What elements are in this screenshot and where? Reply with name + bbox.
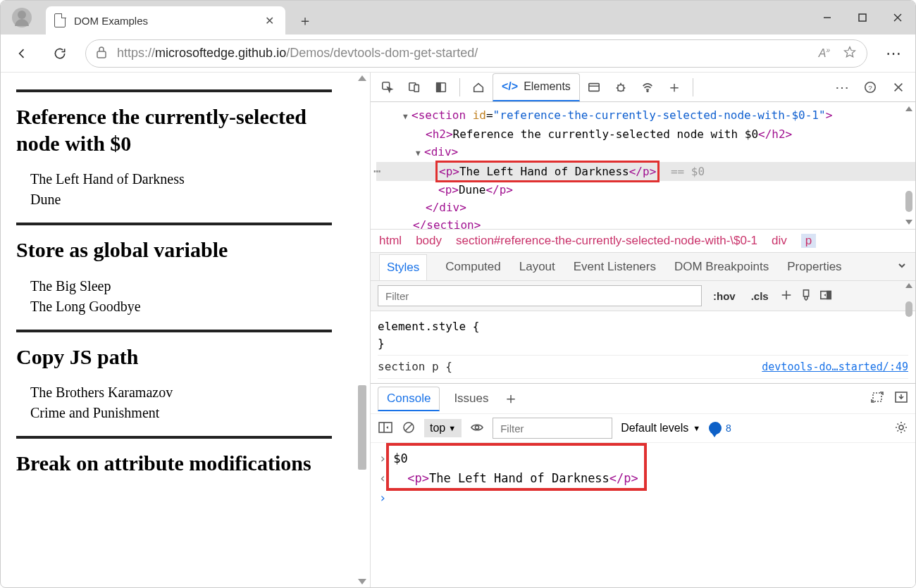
paint-brush-icon[interactable] [800,289,812,304]
inspect-element-icon[interactable] [375,75,400,100]
code-icon: </> [502,80,518,93]
page-scrollbar[interactable] [357,75,368,584]
sources-tab-icon[interactable] [581,75,607,100]
maximize-button[interactable] [845,5,880,30]
dock-side-icon[interactable] [428,75,454,100]
cls-toggle[interactable]: .cls [747,287,773,305]
new-style-rule-icon[interactable] [780,289,793,304]
minimize-button[interactable] [810,5,845,30]
close-tab-icon[interactable]: ✕ [262,11,277,30]
styles-filter-row: :hov .cls [371,281,915,311]
styles-filter-input[interactable] [378,285,702,306]
section-heading: Break on attribute modifications [16,450,332,477]
window-controls [810,5,915,30]
lock-icon [96,46,107,61]
styles-scrollbar[interactable] [905,311,912,383]
svg-point-13 [647,90,648,92]
browser-tab[interactable]: DOM Examples ✕ [46,6,285,35]
svg-rect-4 [97,51,106,58]
styles-tab[interactable]: Styles [379,254,427,280]
svg-rect-22 [827,291,831,299]
section-heading: Copy JS path [16,344,332,370]
more-tabs-icon[interactable]: ＋ [662,75,687,100]
devtools-panel: </> Elements ＋ ⋯ ? ▼<section id="referen… [371,73,915,587]
hov-toggle[interactable]: :hov [709,287,740,305]
dom-tree-scrollbar[interactable] [905,106,912,225]
svg-line-28 [405,424,412,431]
device-toolbar-icon[interactable] [402,75,427,100]
devtools-tabbar: </> Elements ＋ ⋯ ? [371,73,915,102]
svg-rect-20 [803,289,808,296]
chevron-down-icon[interactable] [897,260,907,274]
close-window-button[interactable] [880,5,915,30]
computed-tab[interactable]: Computed [445,260,500,274]
document-icon [54,13,66,27]
address-bar[interactable]: https://microsoftedge.github.io/Demos/de… [85,39,867,68]
browser-toolbar: https://microsoftedge.github.io/Demos/de… [1,35,915,73]
tab-title: DOM Examples [74,15,148,27]
kebab-menu-icon[interactable]: ⋯ [829,75,855,100]
issues-tab[interactable]: Issues [454,392,488,406]
back-button[interactable] [9,41,35,66]
rule-source-link[interactable]: devtools-do…started/:49 [762,358,908,375]
event-listeners-tab[interactable]: Event Listeners [574,260,656,274]
window-titlebar: DOM Examples ✕ ＋ [1,1,915,35]
section-heading: Reference the currently-selected node wi… [16,104,332,156]
favorite-icon[interactable] [843,45,857,61]
styles-tabbar: Styles Computed Layout Event Listeners D… [371,253,915,281]
console-drawer: Console Issues ＋ top ▼ Default levels ▼ … [371,383,915,513]
issues-count-badge[interactable]: 8 [709,422,731,434]
dom-breadcrumb[interactable]: html body section#reference-the-currentl… [371,229,915,253]
svg-rect-7 [414,85,419,92]
elements-tab[interactable]: </> Elements [493,73,580,101]
console-context-select[interactable]: top ▼ [424,419,462,437]
page-content-pane: Reference the currently-selected node wi… [1,73,371,587]
styles-rules[interactable]: element.style { } devtools-do…started/:4… [371,311,915,383]
section-body: The Big Sleep The Long Goodbye [16,276,332,317]
help-icon[interactable]: ? [858,75,883,100]
svg-rect-10 [589,83,599,91]
svg-rect-9 [437,82,440,92]
more-drawer-tabs-icon[interactable]: ＋ [503,388,519,409]
section-body: The Left Hand of Darkness Dune [16,169,332,210]
drawer-expand-icon[interactable] [870,391,884,407]
console-output[interactable]: ›$0 ‹<p>The Left Hand of Darkness</p> › [371,443,915,513]
section-heading: Store as global variable [16,237,332,263]
dom-breakpoints-tab[interactable]: DOM Breakpoints [674,260,769,274]
url-text: https://microsoftedge.github.io/Demos/de… [117,46,478,61]
svg-rect-25 [379,423,392,432]
welcome-tab-icon[interactable] [466,75,491,100]
drawer-collapse-icon[interactable] [894,391,908,407]
log-levels-select[interactable]: Default levels ▼ [621,422,700,434]
profile-avatar[interactable] [12,8,32,27]
layout-tab[interactable]: Layout [519,260,555,274]
devtools-close-icon[interactable] [886,75,911,100]
new-tab-button[interactable]: ＋ [294,9,316,32]
console-sidebar-toggle-icon[interactable] [378,421,393,436]
console-settings-icon[interactable] [894,420,908,437]
console-tab[interactable]: Console [378,387,440,411]
svg-rect-23 [873,393,881,401]
section-body: The Brothers Karamazov Crime and Punishm… [16,382,332,423]
clear-console-icon[interactable] [402,420,416,437]
properties-tab[interactable]: Properties [787,260,841,274]
console-filter-input[interactable] [493,418,612,439]
svg-text:?: ? [868,83,872,91]
dom-tree[interactable]: ▼<section id="reference-the-currently-se… [371,102,915,229]
refresh-button[interactable] [47,41,73,66]
read-aloud-icon[interactable]: A» [819,46,830,60]
svg-rect-1 [859,14,866,21]
browser-menu-button[interactable]: ⋯ [880,44,907,63]
toggle-sidebar-icon[interactable] [819,289,832,304]
live-expression-icon[interactable] [470,422,484,435]
svg-point-30 [899,425,903,430]
bug-icon[interactable] [608,75,633,100]
network-icon[interactable] [635,75,660,100]
svg-point-29 [476,425,479,429]
